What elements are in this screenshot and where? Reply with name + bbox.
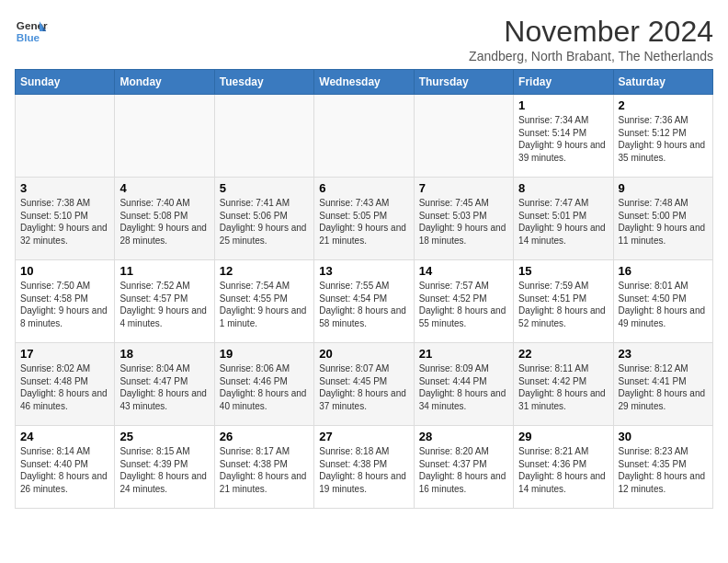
calendar-cell: 29Sunrise: 8:21 AM Sunset: 4:36 PM Dayli… [514, 426, 613, 509]
calendar-cell [16, 95, 115, 178]
day-number: 17 [20, 347, 109, 361]
week-row-4: 17Sunrise: 8:02 AM Sunset: 4:48 PM Dayli… [16, 343, 713, 426]
day-info: Sunrise: 8:06 AM Sunset: 4:46 PM Dayligh… [220, 362, 309, 412]
day-info: Sunrise: 8:04 AM Sunset: 4:47 PM Dayligh… [119, 362, 209, 412]
calendar-cell: 28Sunrise: 8:20 AM Sunset: 4:37 PM Dayli… [414, 426, 513, 509]
day-number: 23 [619, 347, 708, 361]
calendar-cell [115, 95, 214, 178]
col-thursday: Thursday [414, 70, 513, 95]
day-info: Sunrise: 7:57 AM Sunset: 4:52 PM Dayligh… [419, 280, 508, 329]
col-tuesday: Tuesday [214, 70, 313, 95]
day-info: Sunrise: 8:23 AM Sunset: 4:35 PM Dayligh… [619, 445, 708, 495]
calendar-header: Sunday Monday Tuesday Wednesday Thursday… [16, 70, 713, 95]
calendar-cell: 3Sunrise: 7:38 AM Sunset: 5:10 PM Daylig… [16, 178, 115, 260]
calendar-cell: 17Sunrise: 8:02 AM Sunset: 4:48 PM Dayli… [16, 343, 115, 426]
calendar-cell: 8Sunrise: 7:47 AM Sunset: 5:01 PM Daylig… [514, 178, 613, 260]
day-info: Sunrise: 7:48 AM Sunset: 5:00 PM Dayligh… [619, 197, 708, 247]
day-number: 10 [20, 264, 109, 278]
logo-icon: General Blue [15, 15, 48, 48]
week-row-5: 24Sunrise: 8:14 AM Sunset: 4:40 PM Dayli… [16, 426, 713, 509]
svg-text:Blue: Blue [17, 31, 40, 43]
day-info: Sunrise: 7:36 AM Sunset: 5:12 PM Dayligh… [619, 114, 708, 164]
col-friday: Friday [514, 70, 613, 95]
day-info: Sunrise: 7:54 AM Sunset: 4:55 PM Dayligh… [220, 280, 309, 329]
col-saturday: Saturday [613, 70, 712, 95]
calendar-cell: 21Sunrise: 8:09 AM Sunset: 4:44 PM Dayli… [414, 343, 513, 426]
day-number: 15 [518, 264, 608, 278]
day-number: 30 [619, 430, 708, 443]
calendar-cell: 19Sunrise: 8:06 AM Sunset: 4:46 PM Dayli… [214, 343, 313, 426]
calendar-cell: 30Sunrise: 8:23 AM Sunset: 4:35 PM Dayli… [613, 426, 712, 509]
day-info: Sunrise: 8:20 AM Sunset: 4:37 PM Dayligh… [419, 445, 508, 495]
day-info: Sunrise: 7:52 AM Sunset: 4:57 PM Dayligh… [119, 280, 209, 329]
day-number: 21 [419, 347, 508, 361]
day-info: Sunrise: 8:14 AM Sunset: 4:40 PM Dayligh… [20, 445, 109, 495]
week-row-3: 10Sunrise: 7:50 AM Sunset: 4:58 PM Dayli… [16, 260, 713, 343]
calendar-cell: 5Sunrise: 7:41 AM Sunset: 5:06 PM Daylig… [214, 178, 313, 260]
day-info: Sunrise: 7:55 AM Sunset: 4:54 PM Dayligh… [319, 280, 408, 329]
day-number: 7 [419, 181, 508, 195]
col-wednesday: Wednesday [314, 70, 414, 95]
calendar-table: Sunday Monday Tuesday Wednesday Thursday… [15, 69, 713, 509]
calendar-cell: 22Sunrise: 8:11 AM Sunset: 4:42 PM Dayli… [514, 343, 613, 426]
day-number: 12 [220, 264, 309, 278]
day-number: 26 [220, 430, 309, 443]
day-number: 4 [119, 181, 209, 195]
day-number: 14 [419, 264, 508, 278]
calendar-cell: 2Sunrise: 7:36 AM Sunset: 5:12 PM Daylig… [613, 95, 712, 178]
day-number: 22 [518, 347, 608, 361]
day-info: Sunrise: 7:40 AM Sunset: 5:08 PM Dayligh… [119, 197, 209, 247]
day-info: Sunrise: 7:50 AM Sunset: 4:58 PM Dayligh… [20, 280, 109, 329]
day-info: Sunrise: 7:34 AM Sunset: 5:14 PM Dayligh… [518, 114, 608, 164]
calendar-cell: 11Sunrise: 7:52 AM Sunset: 4:57 PM Dayli… [115, 260, 214, 343]
calendar-cell: 9Sunrise: 7:48 AM Sunset: 5:00 PM Daylig… [613, 178, 712, 260]
calendar-cell: 18Sunrise: 8:04 AM Sunset: 4:47 PM Dayli… [115, 343, 214, 426]
day-number: 25 [119, 430, 209, 443]
day-number: 8 [518, 181, 608, 195]
calendar-cell: 25Sunrise: 8:15 AM Sunset: 4:39 PM Dayli… [115, 426, 214, 509]
day-info: Sunrise: 8:15 AM Sunset: 4:39 PM Dayligh… [119, 445, 209, 495]
week-row-1: 1Sunrise: 7:34 AM Sunset: 5:14 PM Daylig… [16, 95, 713, 178]
day-info: Sunrise: 7:59 AM Sunset: 4:51 PM Dayligh… [518, 280, 608, 329]
day-number: 29 [518, 430, 608, 443]
calendar-cell: 10Sunrise: 7:50 AM Sunset: 4:58 PM Dayli… [16, 260, 115, 343]
calendar-cell: 20Sunrise: 8:07 AM Sunset: 4:45 PM Dayli… [314, 343, 414, 426]
calendar-cell: 26Sunrise: 8:17 AM Sunset: 4:38 PM Dayli… [214, 426, 313, 509]
day-info: Sunrise: 8:07 AM Sunset: 4:45 PM Dayligh… [319, 362, 408, 412]
day-number: 13 [319, 264, 408, 278]
calendar-cell [414, 95, 513, 178]
col-sunday: Sunday [16, 70, 115, 95]
day-info: Sunrise: 8:17 AM Sunset: 4:38 PM Dayligh… [220, 445, 309, 495]
day-number: 5 [220, 181, 309, 195]
day-number: 19 [220, 347, 309, 361]
day-number: 18 [119, 347, 209, 361]
day-info: Sunrise: 8:01 AM Sunset: 4:50 PM Dayligh… [619, 280, 708, 329]
col-monday: Monday [115, 70, 214, 95]
calendar-cell [314, 95, 414, 178]
calendar-cell: 1Sunrise: 7:34 AM Sunset: 5:14 PM Daylig… [514, 95, 613, 178]
location-subtitle: Zandberg, North Brabant, The Netherlands [469, 49, 713, 63]
day-number: 3 [20, 181, 109, 195]
day-info: Sunrise: 8:12 AM Sunset: 4:41 PM Dayligh… [619, 362, 708, 412]
calendar-cell: 13Sunrise: 7:55 AM Sunset: 4:54 PM Dayli… [314, 260, 414, 343]
day-info: Sunrise: 8:21 AM Sunset: 4:36 PM Dayligh… [518, 445, 608, 495]
day-number: 2 [619, 98, 708, 112]
calendar-cell [214, 95, 313, 178]
day-info: Sunrise: 8:09 AM Sunset: 4:44 PM Dayligh… [419, 362, 508, 412]
calendar-cell: 4Sunrise: 7:40 AM Sunset: 5:08 PM Daylig… [115, 178, 214, 260]
calendar-cell: 12Sunrise: 7:54 AM Sunset: 4:55 PM Dayli… [214, 260, 313, 343]
calendar-cell: 23Sunrise: 8:12 AM Sunset: 4:41 PM Dayli… [613, 343, 712, 426]
day-number: 11 [119, 264, 209, 278]
calendar-cell: 15Sunrise: 7:59 AM Sunset: 4:51 PM Dayli… [514, 260, 613, 343]
day-info: Sunrise: 7:45 AM Sunset: 5:03 PM Dayligh… [419, 197, 508, 247]
calendar-cell: 24Sunrise: 8:14 AM Sunset: 4:40 PM Dayli… [16, 426, 115, 509]
header: General Blue General Blue November 2024 … [15, 15, 713, 63]
day-number: 9 [619, 181, 708, 195]
logo: General Blue General Blue [15, 15, 48, 48]
day-info: Sunrise: 7:38 AM Sunset: 5:10 PM Dayligh… [20, 197, 109, 247]
day-number: 16 [619, 264, 708, 278]
day-info: Sunrise: 8:02 AM Sunset: 4:48 PM Dayligh… [20, 362, 109, 412]
calendar-cell: 6Sunrise: 7:43 AM Sunset: 5:05 PM Daylig… [314, 178, 414, 260]
day-number: 1 [518, 98, 608, 112]
day-info: Sunrise: 7:47 AM Sunset: 5:01 PM Dayligh… [518, 197, 608, 247]
